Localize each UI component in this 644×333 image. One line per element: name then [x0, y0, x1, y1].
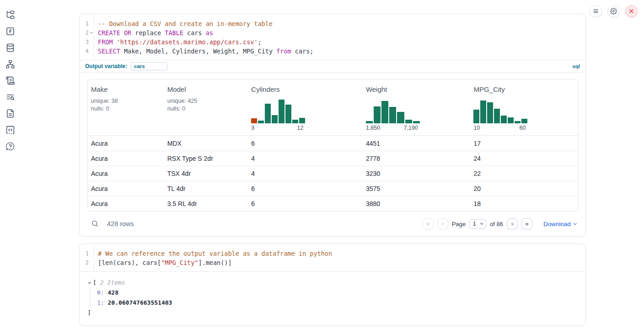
table-cell: 6	[248, 200, 363, 207]
dependency-graph-icon[interactable]	[5, 59, 15, 69]
download-label: Download	[543, 221, 571, 227]
histogram-bar[interactable]	[473, 110, 479, 123]
next-page-button[interactable]: ›	[507, 218, 518, 229]
table-row[interactable]: Acura3.5 RL 4dr6388018	[88, 196, 578, 211]
table-cell: TL 4dr	[164, 185, 248, 192]
column-header-model[interactable]: Modelunique: 425nulls: 0	[164, 85, 248, 131]
table-row[interactable]: AcuraTSX 4dr4323022	[88, 166, 578, 181]
table-row[interactable]: AcuraRSX Type S 2dr4277824	[88, 151, 578, 166]
table-cell: 6	[248, 140, 363, 147]
column-header-weight[interactable]: Weight1,8507,190	[363, 85, 471, 131]
search-icon[interactable]	[91, 220, 99, 228]
histogram-max-label: 12	[297, 125, 303, 131]
table-cell: 18	[470, 200, 578, 207]
first-page-button[interactable]: «	[423, 218, 434, 229]
tree-root-line: [ 2 Items	[87, 278, 578, 288]
code-line[interactable]: 4SELECT Make, Model, Cylinders, Weight, …	[80, 47, 585, 56]
histogram-bar[interactable]	[521, 119, 527, 123]
scratchpad-icon[interactable]	[5, 75, 15, 85]
table-row[interactable]: AcuraMDX6445117	[88, 136, 578, 151]
tree-entry: 0: 428	[97, 288, 578, 298]
column-name: Model	[167, 85, 248, 93]
menu-button[interactable]	[590, 5, 602, 17]
histogram-bar[interactable]	[413, 121, 420, 123]
code-line[interactable]: 2[len(cars), cars["MPG_City"].mean()]	[80, 258, 585, 267]
histogram-bar[interactable]	[292, 120, 298, 123]
python-code-editor[interactable]: 1# We can reference the output variable …	[80, 244, 585, 271]
line-number: 3	[80, 37, 89, 47]
total-pages-label: of 86	[490, 221, 503, 227]
fold-gutter	[89, 258, 94, 267]
column-header-mpg_city[interactable]: MPG_City1060	[470, 85, 578, 131]
histogram-bar[interactable]	[366, 121, 373, 123]
column-name: MPG_City	[473, 85, 578, 93]
histogram-bar[interactable]	[494, 109, 500, 123]
column-header-cylinders[interactable]: Cylinders312	[248, 85, 363, 131]
histogram-bar[interactable]	[508, 117, 514, 123]
histogram-bar[interactable]	[381, 101, 388, 123]
settings-button[interactable]	[607, 5, 620, 17]
help-icon[interactable]	[5, 141, 15, 151]
histogram-bar[interactable]	[501, 116, 507, 123]
column-histogram: 1060	[473, 100, 527, 131]
histogram-bar[interactable]	[397, 112, 404, 123]
last-page-button[interactable]: »	[521, 218, 532, 229]
datasources-icon[interactable]	[5, 42, 15, 53]
histogram-bars	[473, 100, 527, 123]
histogram-bar[interactable]	[405, 120, 412, 123]
download-button[interactable]: Download	[543, 221, 578, 227]
output-variable-row: Output variable: sql	[80, 60, 585, 73]
prev-page-button[interactable]: ‹	[437, 218, 448, 229]
code-line[interactable]: 2CREATE OR replace TABLE cars as	[80, 28, 585, 37]
histogram-bar[interactable]	[272, 115, 278, 123]
documentation-icon[interactable]	[5, 108, 15, 118]
topbar-controls	[590, 5, 638, 17]
entry-index: 1:	[97, 299, 104, 306]
file-tree-icon[interactable]	[5, 10, 15, 20]
snippets-icon[interactable]	[5, 125, 15, 135]
close-bracket: ]	[87, 308, 578, 318]
close-icon	[628, 8, 635, 15]
table-cell: MDX	[164, 140, 248, 147]
histogram-min-label: 3	[251, 125, 254, 131]
table-cell: RSX Type S 2dr	[164, 155, 248, 162]
histogram-bar[interactable]	[374, 106, 381, 123]
page-select[interactable]: 1	[469, 219, 486, 229]
page-label: Page	[452, 221, 466, 227]
table-cell: Acura	[88, 140, 164, 147]
sql-output-area: Makeunique: 38nulls: 0Modelunique: 425nu…	[80, 73, 585, 236]
helper-functions-icon[interactable]	[5, 26, 15, 36]
notebook-area: 1-- Download a CSV and create an in-memo…	[79, 0, 586, 326]
fold-gutter	[89, 47, 94, 56]
table-body: AcuraMDX6445117AcuraRSX Type S 2dr427782…	[88, 136, 578, 211]
code-line[interactable]: 1# We can reference the output variable …	[80, 249, 585, 258]
tree-entry: 1: 20.060747663551403	[97, 298, 578, 308]
histogram-bar[interactable]	[285, 105, 291, 123]
histogram-bar[interactable]	[515, 121, 521, 123]
python-output: [ 2 Items 0: 4281: 20.060747663551403 ]	[80, 271, 585, 325]
code-line[interactable]: 3FROM 'https://datasets.marimo.app/cars.…	[80, 37, 585, 47]
column-header-make[interactable]: Makeunique: 38nulls: 0	[88, 85, 164, 131]
code-line[interactable]: 1-- Download a CSV and create an in-memo…	[80, 19, 585, 28]
code-text: CREATE OR replace TABLE cars as	[94, 28, 213, 37]
output-variable-input[interactable]	[131, 62, 167, 70]
code-text: [len(cars), cars["MPG_City"].mean()]	[94, 258, 232, 267]
histogram-bar[interactable]	[480, 100, 486, 123]
table-header: Makeunique: 38nulls: 0Modelunique: 425nu…	[88, 79, 578, 136]
table-row[interactable]: AcuraTL 4dr6357520	[88, 181, 578, 196]
column-stats: unique: 38nulls: 0	[91, 97, 164, 113]
histogram-bar[interactable]	[389, 107, 396, 123]
histogram-bar[interactable]	[487, 102, 493, 123]
histogram-bar[interactable]	[265, 104, 271, 123]
histogram-bar[interactable]	[279, 100, 284, 123]
histogram-bar[interactable]	[251, 118, 257, 123]
histogram-bar[interactable]	[299, 118, 305, 123]
table-cell: 3.5 RL 4dr	[164, 200, 248, 207]
logs-icon[interactable]	[5, 92, 15, 102]
collapse-chevron-icon[interactable]	[87, 281, 93, 285]
sql-code-editor[interactable]: 1-- Download a CSV and create an in-memo…	[80, 14, 585, 60]
histogram-bar[interactable]	[258, 121, 264, 123]
shutdown-button[interactable]	[625, 5, 638, 17]
histogram-min-label: 1,850	[366, 125, 380, 131]
fold-chevron-icon[interactable]	[89, 28, 94, 37]
